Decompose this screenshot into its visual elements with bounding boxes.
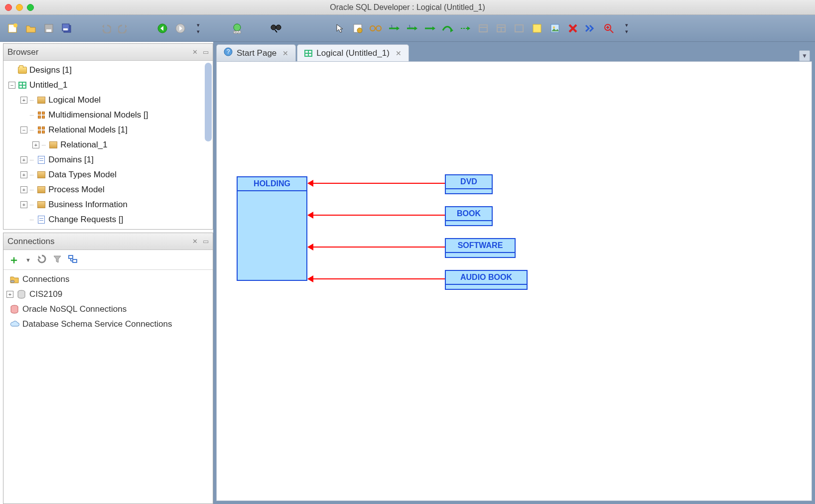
diagram-canvas[interactable]: HOLDINGDVDBOOKSOFTWAREAUDIO BOOK bbox=[216, 61, 812, 501]
tab-label: Start Page bbox=[237, 48, 276, 58]
editor-tab[interactable]: Logical (Untitled_1)✕ bbox=[297, 44, 408, 61]
arrow3-icon[interactable] bbox=[423, 22, 435, 34]
arrow2-icon[interactable]: 1.. bbox=[406, 22, 417, 34]
properties-icon[interactable] bbox=[352, 22, 364, 34]
expand-icon[interactable] bbox=[68, 254, 78, 265]
arrow-head-icon bbox=[307, 244, 313, 251]
browser-title: Browser bbox=[7, 47, 38, 57]
arrow5-icon[interactable] bbox=[459, 22, 471, 34]
connections-title: Connections bbox=[7, 237, 55, 247]
arrow1-icon[interactable]: 1 bbox=[388, 22, 400, 34]
tree-label: Data Types Model bbox=[48, 170, 117, 180]
refresh-icon[interactable] bbox=[37, 254, 47, 265]
svg-line-14 bbox=[275, 30, 277, 32]
note-icon[interactable] bbox=[531, 22, 543, 34]
sql-icon[interactable]: SQL bbox=[231, 22, 243, 34]
redo-icon[interactable] bbox=[118, 22, 130, 34]
add-connection-icon[interactable]: ＋ bbox=[8, 252, 19, 267]
svg-point-16 bbox=[357, 28, 362, 33]
save-all-icon[interactable] bbox=[61, 22, 73, 34]
image-icon[interactable] bbox=[549, 22, 561, 34]
arrow-head-icon bbox=[307, 212, 313, 219]
tree-toggle[interactable]: − bbox=[20, 126, 27, 133]
tree-item[interactable]: +····Domains [1] bbox=[5, 152, 213, 167]
relationship-line[interactable] bbox=[313, 247, 445, 248]
browser-minimize-icon[interactable]: ▭ bbox=[203, 48, 209, 56]
glasses-icon[interactable] bbox=[370, 22, 382, 34]
connection-item[interactable]: Database Schema Service Connections bbox=[6, 317, 210, 332]
tree-toggle[interactable]: − bbox=[8, 82, 15, 89]
entity-sub[interactable]: AUDIO BOOK bbox=[445, 270, 528, 290]
relationship-line[interactable] bbox=[313, 278, 445, 279]
tree-item[interactable]: +····Logical Model bbox=[5, 93, 213, 108]
browser-body[interactable]: Designs [1]−Untitled_1+····Logical Model… bbox=[3, 61, 213, 229]
save-icon[interactable] bbox=[43, 22, 55, 34]
tree-item[interactable]: −Untitled_1 bbox=[5, 78, 213, 93]
entity1-icon[interactable] bbox=[477, 22, 489, 34]
connections-body[interactable]: Connections+CIS2109Oracle NoSQL Connecti… bbox=[3, 270, 213, 504]
find-icon[interactable] bbox=[270, 22, 282, 34]
open-icon[interactable] bbox=[25, 22, 37, 34]
delete-icon[interactable] bbox=[567, 22, 579, 34]
more-icon[interactable] bbox=[585, 22, 597, 34]
tree-toggle[interactable]: + bbox=[20, 97, 27, 104]
new-icon[interactable] bbox=[7, 22, 19, 34]
tree-label: Relational_1 bbox=[60, 140, 108, 150]
forward-icon[interactable] bbox=[174, 22, 186, 34]
entity-sub[interactable]: BOOK bbox=[445, 206, 493, 226]
tab-close-icon[interactable]: ✕ bbox=[396, 49, 402, 57]
window-title: Oracle SQL Developer : Logical (Untitled… bbox=[0, 3, 815, 12]
help-icon: ? bbox=[224, 47, 233, 59]
editor-tab[interactable]: ?Start Page✕ bbox=[216, 44, 296, 61]
cursor-icon[interactable] bbox=[334, 22, 346, 34]
undo-icon[interactable] bbox=[100, 22, 112, 34]
tree-item[interactable]: ····Multidimensional Models [] bbox=[5, 108, 213, 123]
tree-item[interactable]: +····Business Information bbox=[5, 197, 213, 212]
tree-item[interactable]: −····Relational Models [1] bbox=[5, 123, 213, 137]
dropdown-toggle-icon[interactable]: ▾▾ bbox=[192, 22, 204, 34]
connection-item[interactable]: Oracle NoSQL Connections bbox=[6, 302, 210, 317]
arrow4-icon[interactable] bbox=[441, 22, 453, 34]
tree-toggle[interactable]: + bbox=[20, 186, 27, 193]
tree-toggle[interactable]: + bbox=[6, 291, 13, 298]
tree-item[interactable]: ····Change Requests [] bbox=[5, 212, 213, 227]
entity-sub[interactable]: DVD bbox=[445, 174, 493, 194]
connections-close-icon[interactable]: ✕ bbox=[192, 238, 198, 245]
svg-point-45 bbox=[10, 280, 14, 282]
tree-item[interactable]: +···· Relational_1 bbox=[5, 137, 213, 152]
filter-icon[interactable] bbox=[53, 254, 62, 265]
tab-label: Logical (Untitled_1) bbox=[316, 48, 389, 58]
svg-text:?: ? bbox=[227, 48, 230, 55]
tree-item[interactable]: +····Process Model bbox=[5, 182, 213, 197]
entity3-icon[interactable] bbox=[513, 22, 525, 34]
browser-panel: Browser ✕ ▭ Designs [1]−Untitled_1+····L… bbox=[3, 43, 213, 230]
main-toolbar: ▾▾ SQL 1 1.. ▾▾ bbox=[0, 15, 815, 42]
tree-item[interactable]: +····Data Types Model bbox=[5, 167, 213, 182]
svg-rect-41 bbox=[69, 255, 73, 258]
tree-toggle[interactable]: + bbox=[20, 201, 27, 208]
tree-label: Change Requests [] bbox=[48, 215, 123, 225]
expand-toolbar-icon[interactable]: ▾▾ bbox=[621, 22, 633, 34]
back-icon[interactable] bbox=[156, 22, 168, 34]
tree-toggle[interactable]: + bbox=[20, 171, 27, 178]
entity-sub[interactable]: SOFTWARE bbox=[445, 238, 516, 258]
scrollbar-thumb[interactable] bbox=[205, 63, 212, 141]
connection-item[interactable]: Connections bbox=[6, 272, 210, 287]
conn-dropdown-icon[interactable]: ▼ bbox=[25, 257, 31, 263]
tree-toggle[interactable]: + bbox=[32, 141, 39, 148]
connection-label: CIS2109 bbox=[29, 289, 62, 299]
tree-item[interactable]: Designs [1] bbox=[5, 63, 213, 78]
tree-toggle[interactable]: + bbox=[20, 156, 27, 163]
entity2-icon[interactable] bbox=[495, 22, 507, 34]
connection-item[interactable]: +CIS2109 bbox=[6, 287, 210, 302]
connections-minimize-icon[interactable]: ▭ bbox=[203, 238, 209, 245]
browser-close-icon[interactable]: ✕ bbox=[192, 48, 198, 56]
relationship-line[interactable] bbox=[313, 215, 445, 216]
zoom-icon[interactable] bbox=[603, 22, 615, 34]
connection-label: Oracle NoSQL Connections bbox=[22, 304, 127, 314]
more-tabs-button[interactable]: ▼ bbox=[799, 50, 810, 61]
editor-tabbar: ?Start Page✕Logical (Untitled_1)✕ ▼ bbox=[216, 43, 815, 61]
tab-close-icon[interactable]: ✕ bbox=[282, 49, 288, 57]
relationship-line[interactable] bbox=[313, 183, 445, 184]
entity-super[interactable]: HOLDING bbox=[237, 176, 307, 281]
